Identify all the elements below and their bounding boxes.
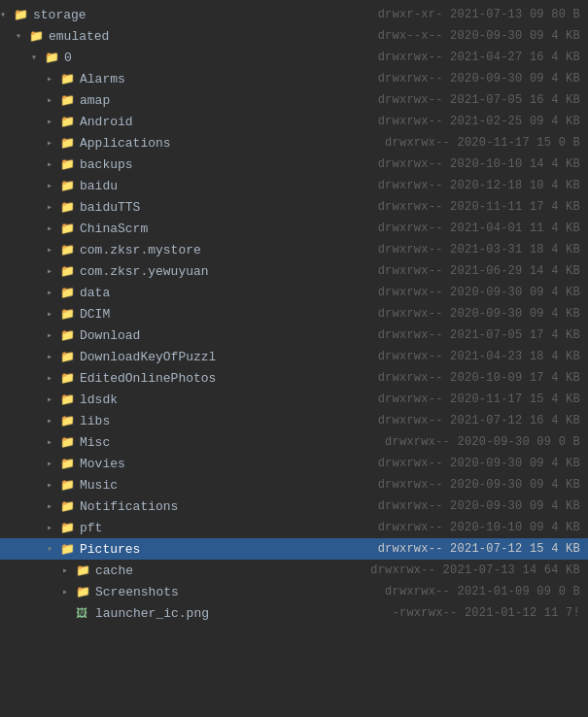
tree-row-notifications[interactable]: ▸📁Notificationsdrwxrwx-- 2020-09-30 09 4… [0, 495, 588, 517]
folder-icon: 📁 [60, 243, 78, 257]
file-meta: drwxrwx-- 2020-12-18 10 4 KB [378, 179, 580, 192]
tree-row-ldsdk[interactable]: ▸📁ldsdkdrwxrwx-- 2020-11-17 15 4 KB [0, 389, 588, 410]
file-meta: drwxrwx-- 2020-10-09 17 4 KB [378, 371, 580, 385]
tree-row-android[interactable]: ▸📁Androiddrwxrwx-- 2021-02-25 09 4 KB [0, 111, 588, 132]
chevron-icon[interactable]: ▸ [47, 522, 60, 533]
chevron-icon[interactable]: ▸ [47, 158, 60, 170]
chevron-icon[interactable]: ▸ [47, 287, 60, 298]
tree-row-misc[interactable]: ▸📁Miscdrwxrwx-- 2020-09-30 09 0 B [0, 431, 588, 453]
chevron-icon[interactable]: ▸ [47, 116, 60, 127]
chevron-icon[interactable]: ▸ [47, 479, 60, 491]
folder-icon: 📁 [60, 72, 78, 86]
file-meta: drwxrwx-- 2020-10-10 09 4 KB [378, 521, 580, 534]
tree-row-baidu[interactable]: ▸📁baidudrwxrwx-- 2020-12-18 10 4 KB [0, 175, 588, 196]
chevron-icon[interactable]: ▾ [47, 543, 60, 555]
file-meta: drwxrwx-- 2021-07-05 16 4 KB [378, 93, 580, 107]
chevron-icon[interactable]: ▸ [47, 436, 60, 448]
chevron-icon[interactable]: ▾ [31, 51, 45, 63]
file-meta: drwxrwx-- 2021-07-12 15 4 KB [378, 542, 580, 556]
file-meta: drwxrwx-- 2020-10-10 14 4 KB [378, 157, 580, 171]
chevron-icon[interactable]: ▸ [62, 586, 76, 598]
chevron-icon[interactable]: ▸ [47, 308, 60, 320]
chevron-icon[interactable]: ▸ [47, 265, 60, 277]
chevron-icon[interactable]: ▾ [16, 30, 29, 42]
file-meta: drwxr-xr- 2021-07-13 09 80 B [378, 8, 580, 21]
chevron-icon[interactable]: ▸ [47, 351, 60, 362]
file-meta: drwxrwx-- 2021-07-12 16 4 KB [378, 414, 580, 427]
file-name: pft [80, 521, 102, 535]
tree-row-launcher_ic[interactable]: 🖼launcher_ic.png-rwxrwx-- 2021-01-12 11 … [0, 602, 588, 624]
tree-row-comzksr[interactable]: ▸📁com.zksr.mystoredrwxrwx-- 2021-03-31 1… [0, 239, 588, 260]
tree-row-cache[interactable]: ▸📁cachedrwxrwx-- 2021-07-13 14 64 KB [0, 560, 588, 581]
tree-row-music[interactable]: ▸📁Musicdrwxrwx-- 2020-09-30 09 4 KB [0, 474, 588, 495]
file-meta: drwxrwx-- 2020-09-30 09 4 KB [378, 478, 580, 492]
chevron-icon[interactable]: ▸ [47, 458, 60, 469]
tree-row-amap[interactable]: ▸📁amapdrwxrwx-- 2021-07-05 16 4 KB [0, 89, 588, 111]
tree-row-movies[interactable]: ▸📁Moviesdrwxrwx-- 2020-09-30 09 4 KB [0, 453, 588, 474]
file-meta: drwxrwx-- 2021-01-09 09 0 B [385, 585, 580, 598]
chevron-icon[interactable]: ▾ [0, 9, 14, 20]
folder-icon: 📁 [60, 179, 78, 193]
file-name: Misc [80, 435, 110, 450]
chevron-icon[interactable]: ▸ [47, 372, 60, 384]
tree-row-pictures[interactable]: ▾📁Picturesdrwxrwx-- 2021-07-12 15 4 KB [0, 538, 588, 560]
tree-row-download[interactable]: ▸📁Downloaddrwxrwx-- 2021-07-05 17 4 KB [0, 324, 588, 346]
file-meta: drwxrwx-- 2021-07-13 14 64 KB [370, 563, 580, 577]
tree-row-editedonline[interactable]: ▸📁EditedOnlinePhotosdrwxrwx-- 2020-10-09… [0, 367, 588, 389]
folder-icon: 📁 [60, 307, 78, 322]
file-name: Applications [80, 136, 171, 151]
file-meta: drwxrwx-- 2021-06-29 14 4 KB [378, 264, 580, 278]
chevron-icon[interactable]: ▸ [47, 244, 60, 256]
file-name: Music [80, 478, 118, 493]
file-meta: drwxrwx-- 2020-11-11 17 4 KB [378, 200, 580, 214]
file-name: Notifications [80, 499, 178, 514]
file-meta: drwxrwx-- 2021-07-05 17 4 KB [378, 328, 580, 342]
file-name: launcher_ic.png [95, 606, 209, 621]
tree-row-downloadkey[interactable]: ▸📁DownloadKeyOfPuzzldrwxrwx-- 2021-04-23… [0, 346, 588, 367]
chevron-icon[interactable]: ▸ [47, 500, 60, 512]
file-name: Screenshots [95, 585, 179, 599]
tree-row-applications[interactable]: ▸📁Applicationsdrwxrwx-- 2020-11-17 15 0 … [0, 132, 588, 154]
folder-icon: 📁 [60, 457, 78, 471]
chevron-icon[interactable]: ▸ [47, 329, 60, 341]
file-name: backups [80, 157, 133, 172]
file-name: EditedOnlinePhotos [80, 371, 216, 386]
tree-row-baidutts[interactable]: ▸📁baiduTTSdrwxrwx-- 2020-11-11 17 4 KB [0, 196, 588, 218]
file-meta: drwxrwx-- 2020-09-30 09 4 KB [378, 457, 580, 470]
chevron-icon[interactable]: ▸ [47, 137, 60, 149]
file-name: storage [33, 8, 86, 22]
folder-icon: 📁 [60, 328, 78, 343]
tree-row-comzksry[interactable]: ▸📁com.zksr.yewuyuandrwxrwx-- 2021-06-29 … [0, 260, 588, 282]
tree-row-pft[interactable]: ▸📁pftdrwxrwx-- 2020-10-10 09 4 KB [0, 517, 588, 538]
tree-row-libs[interactable]: ▸📁libsdrwxrwx-- 2021-07-12 16 4 KB [0, 410, 588, 431]
chevron-icon[interactable]: ▸ [47, 415, 60, 427]
file-tree: ▾📁storagedrwxr-xr- 2021-07-13 09 80 B▾📁e… [0, 0, 588, 628]
folder-icon: 📁 [60, 157, 78, 172]
chevron-icon[interactable]: ▸ [47, 94, 60, 106]
tree-row-dcim[interactable]: ▸📁DCIMdrwxrwx-- 2020-09-30 09 4 KB [0, 303, 588, 324]
folder-icon: 📁 [29, 29, 47, 44]
chevron-icon[interactable]: ▸ [62, 564, 76, 576]
file-meta: drwxrwx-- 2021-04-27 16 4 KB [378, 51, 580, 64]
folder-icon: 📁 [60, 499, 78, 514]
chevron-icon[interactable]: ▸ [47, 393, 60, 405]
chevron-icon[interactable]: ▸ [47, 201, 60, 213]
tree-row-chinascrm[interactable]: ▸📁ChinaScrmdrwxrwx-- 2021-04-01 11 4 KB [0, 218, 588, 239]
folder-icon: 📁 [60, 478, 78, 493]
file-name: Pictures [80, 542, 140, 557]
chevron-icon[interactable]: ▸ [47, 222, 60, 234]
tree-row-alarms[interactable]: ▸📁Alarmsdrwxrwx-- 2020-09-30 09 4 KB [0, 68, 588, 89]
tree-row-storage[interactable]: ▾📁storagedrwxr-xr- 2021-07-13 09 80 B [0, 4, 588, 25]
file-meta: drwx--x-- 2020-09-30 09 4 KB [378, 29, 580, 43]
tree-row-screenshots[interactable]: ▸📁Screenshotsdrwxrwx-- 2021-01-09 09 0 B [0, 581, 588, 602]
tree-row-emulated[interactable]: ▾📁emulateddrwx--x-- 2020-09-30 09 4 KB [0, 25, 588, 47]
file-meta: drwxrwx-- 2021-02-25 09 4 KB [378, 115, 580, 128]
tree-row-data[interactable]: ▸📁datadrwxrwx-- 2020-09-30 09 4 KB [0, 282, 588, 303]
file-name: data [80, 286, 110, 300]
chevron-icon[interactable]: ▸ [47, 180, 60, 191]
file-icon: 🖼 [76, 606, 93, 621]
chevron-icon[interactable]: ▸ [47, 73, 60, 85]
tree-row-zero[interactable]: ▾📁0drwxrwx-- 2021-04-27 16 4 KB [0, 47, 588, 68]
tree-row-backups[interactable]: ▸📁backupsdrwxrwx-- 2020-10-10 14 4 KB [0, 154, 588, 175]
file-meta: drwxrwx-- 2021-04-23 18 4 KB [378, 350, 580, 363]
